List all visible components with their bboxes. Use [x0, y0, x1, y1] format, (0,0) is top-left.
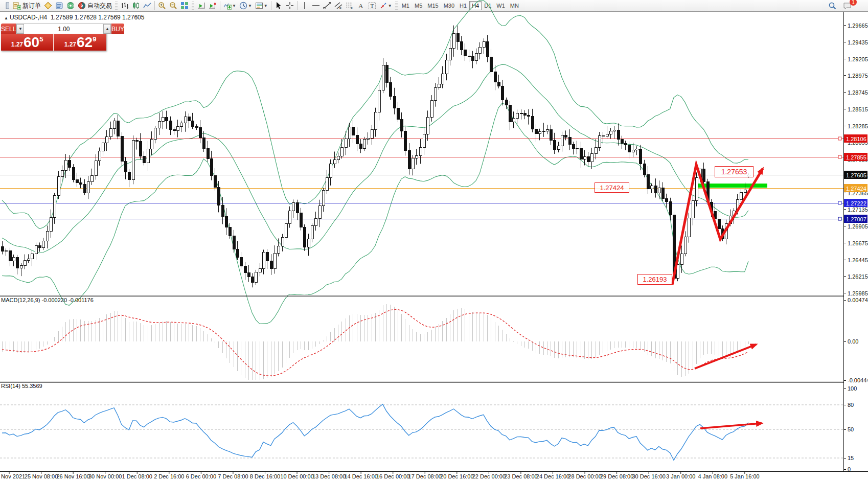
axis-tick-label: 1.29435	[848, 39, 868, 45]
price-annotation-label[interactable]: 1.26193	[637, 274, 672, 285]
candle-body	[314, 218, 317, 225]
candle-body	[576, 148, 578, 149]
candle-body	[688, 218, 690, 237]
candle-body	[374, 112, 377, 130]
candle-body	[546, 129, 549, 131]
candle-body	[322, 191, 325, 205]
volume-decrease-button[interactable]: ▼	[16, 24, 24, 34]
time-axis-label: 30 Dec 16:00	[632, 473, 665, 479]
candle-body	[12, 258, 15, 261]
mt4-window: 新订单 自动交易	[0, 0, 868, 481]
candle-body	[5, 250, 7, 251]
candle-body	[602, 135, 604, 136]
candle-body	[288, 211, 291, 223]
candle-body	[456, 34, 459, 41]
candle-body	[165, 118, 168, 121]
volume-input[interactable]	[24, 24, 103, 34]
candle-body	[438, 84, 440, 87]
candle-body	[42, 241, 44, 248]
candle-body	[244, 266, 246, 272]
time-axis-label: 24 Nov 2021	[0, 473, 25, 479]
candle-body	[162, 118, 164, 122]
candle-body	[139, 141, 142, 156]
candle-body	[72, 167, 75, 179]
rsi-trend-arrow[interactable]	[700, 423, 762, 428]
buy-button[interactable]: BUY	[111, 24, 124, 34]
candle-body	[400, 119, 403, 131]
candle-body	[150, 140, 153, 149]
axis-tick-label: 0.004742	[848, 297, 868, 303]
candle-body	[509, 105, 511, 122]
buy-price-button[interactable]: 1.27629	[54, 34, 106, 51]
axis-tick-label: 1.25985	[848, 290, 868, 296]
candle-body	[359, 144, 362, 149]
candle-body	[307, 239, 310, 247]
candle-body	[117, 121, 119, 136]
candle-body	[468, 56, 470, 56]
candle-body	[207, 148, 209, 158]
candle-body	[523, 113, 526, 115]
candle-body	[658, 188, 660, 193]
axis-tick-label: 15	[848, 455, 854, 461]
candle-body	[393, 96, 396, 108]
candle-body	[557, 146, 560, 149]
time-axis-label: 20 Dec 16:00	[440, 473, 473, 479]
candle-body	[363, 140, 366, 148]
candle-body	[154, 128, 156, 140]
axis-tick-label: 1.27007	[846, 216, 866, 222]
time-axis-label: 5 Jan 16:00	[730, 473, 760, 479]
time-axis-label: 10 Dec 00:00	[280, 473, 313, 479]
axis-tick-label: 1.28515	[848, 106, 868, 112]
axis-tick-label: 1.28106	[846, 136, 866, 142]
axis-tick-label: 0	[848, 466, 851, 472]
candle-body	[38, 245, 41, 248]
candle-body	[95, 161, 97, 175]
candle-body	[102, 143, 104, 151]
candle-body	[408, 150, 410, 169]
line-anchor-handle[interactable]	[838, 217, 841, 220]
volume-increase-button[interactable]: ▲	[103, 24, 111, 34]
time-axis-label: 6 Dec 00:00	[186, 473, 216, 479]
candle-body	[266, 253, 268, 261]
axis-tick-label: 0.00	[848, 338, 858, 345]
sell-price-prefix: 1.27	[11, 40, 23, 49]
candle-body	[83, 184, 86, 193]
candle-body	[520, 113, 522, 114]
sell-price-button[interactable]: 1.27605	[1, 34, 53, 51]
candle-body	[303, 227, 306, 247]
bollinger-band-line	[2, 64, 748, 253]
candle-body	[273, 254, 276, 269]
candle-body	[255, 272, 257, 282]
candle-body	[20, 265, 22, 268]
candle-body	[527, 115, 530, 116]
candle-body	[345, 139, 347, 148]
candle-body	[188, 117, 190, 121]
sell-button[interactable]: SELL	[1, 24, 16, 34]
sell-price-pip: 5	[39, 35, 43, 43]
candle-body	[24, 261, 26, 265]
candle-body	[240, 258, 242, 266]
line-anchor-handle[interactable]	[838, 155, 841, 158]
time-axis-label: 25 Nov 08:00	[25, 473, 58, 479]
candle-body	[199, 127, 201, 138]
ohlc-text: USDCAD-,H4 1.27589 1.27628 1.27569 1.276…	[10, 14, 145, 21]
candle-body	[568, 138, 571, 145]
candle-body	[531, 116, 534, 129]
price-annotation-label[interactable]: 1.27424	[595, 182, 629, 193]
candle-body	[385, 65, 388, 82]
candle-body	[389, 82, 392, 96]
line-anchor-handle[interactable]	[838, 201, 841, 204]
candle-body	[296, 203, 299, 213]
candle-body	[595, 147, 597, 153]
candle-body	[624, 143, 627, 145]
time-axis-label: 3 Jan 00:00	[666, 473, 696, 479]
candle-body	[564, 135, 567, 138]
price-annotation-label[interactable]: 1.27653	[715, 166, 753, 177]
candle-body	[606, 134, 608, 136]
time-axis-label: 2 Dec 16:00	[154, 473, 184, 479]
candle-body	[609, 131, 612, 134]
line-anchor-handle[interactable]	[838, 137, 841, 140]
axis-tick-label: 1.27605	[846, 172, 866, 178]
candle-body	[35, 245, 37, 254]
chart-canvas[interactable]: 1.296651.294351.292051.289751.287451.285…	[0, 0, 868, 481]
